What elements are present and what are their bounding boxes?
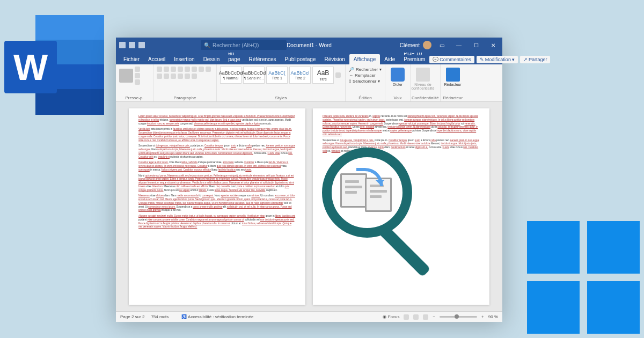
sensitivity-button[interactable]: Niveau de confidentialité: [412, 67, 434, 91]
titlebar: Document1 - Word 🔍 Rechercher (Alt+Q) Cl…: [116, 38, 502, 53]
increase-indent-icon[interactable]: [185, 67, 190, 72]
tab-publipostage[interactable]: Publipostage: [281, 54, 320, 64]
read-mode-icon[interactable]: [404, 314, 409, 320]
style-titre1[interactable]: AaBbC(Titre 1: [266, 67, 288, 84]
clipboard-label: Presse-p.: [119, 95, 150, 100]
word-window: Document1 - Word 🔍 Rechercher (Alt+Q) Cl…: [116, 38, 502, 322]
align-center-icon[interactable]: [157, 74, 162, 79]
redacteur-label: Rédacteur: [442, 95, 464, 100]
voix-label: Voix: [386, 95, 409, 100]
page-indicator[interactable]: Page 2 sur 2: [120, 314, 144, 319]
shading-icon[interactable]: [185, 74, 190, 79]
share-button[interactable]: ↗Partager: [520, 56, 551, 63]
show-marks-icon[interactable]: [199, 67, 204, 72]
tab-accueil[interactable]: Accueil: [144, 54, 170, 64]
windows-logo: [527, 221, 640, 334]
align-left-icon[interactable]: [206, 67, 211, 72]
line-spacing-icon[interactable]: [178, 74, 183, 79]
ribbon-tabs: Fichier Accueil Insertion Dessin Mise en…: [116, 53, 502, 64]
editor-icon: [446, 68, 460, 82]
search-placeholder: Rechercher (Alt+Q): [213, 42, 259, 48]
style-sans-int[interactable]: AaBbCcDd¶ Sans int...: [243, 67, 265, 84]
save-icon[interactable]: [129, 42, 135, 48]
document-area[interactable]: Lorem ipsum dolor sit amet, consectetur …: [116, 102, 502, 311]
tab-references[interactable]: Références: [244, 54, 280, 64]
tab-revision[interactable]: Révision: [320, 54, 349, 64]
modification-button[interactable]: ✎Modification▾: [477, 56, 518, 63]
tab-dessin[interactable]: Dessin: [199, 54, 224, 64]
conf-label: Confidentialité: [412, 95, 439, 100]
numbering-icon[interactable]: [164, 67, 169, 72]
tab-insertion[interactable]: Insertion: [170, 54, 199, 64]
comments-button[interactable]: 💬Commentaires: [429, 56, 474, 63]
decrease-indent-icon[interactable]: [178, 67, 183, 72]
replace-button[interactable]: ↔Remplacer: [349, 72, 382, 78]
tab-fichier[interactable]: Fichier: [119, 54, 144, 64]
zoom-slider[interactable]: [440, 316, 477, 318]
sort-icon[interactable]: [192, 67, 197, 72]
editor-button[interactable]: Rédacteur: [442, 67, 464, 87]
undo-icon[interactable]: [138, 42, 145, 48]
word-logo: W: [4, 15, 104, 115]
accessibility-status[interactable]: ♿ Accessibilité : vérification terminée: [181, 314, 253, 319]
style-normal[interactable]: AaBbCcDd¶ Normal: [220, 67, 241, 84]
zoom-level[interactable]: 90 %: [488, 314, 498, 319]
ribbon-options-icon[interactable]: ▭: [435, 38, 449, 53]
focus-mode[interactable]: ◉ Focus: [383, 314, 399, 319]
minimize-button[interactable]: —: [452, 38, 466, 53]
justify-icon[interactable]: [171, 74, 176, 79]
maximize-button[interactable]: ☐: [469, 38, 483, 53]
web-layout-icon[interactable]: [423, 314, 428, 320]
select-button[interactable]: ▯Sélectionner▾: [349, 78, 382, 84]
paragraph-label: Paragraphe: [157, 95, 213, 100]
ribbon: Presse-p. Paragraphe: [116, 64, 502, 102]
user-name[interactable]: Clément: [400, 42, 420, 48]
page-1[interactable]: Lorem ipsum dolor sit amet, consectetur …: [129, 108, 305, 305]
borders-icon[interactable]: [192, 74, 197, 79]
microphone-icon: [391, 68, 405, 82]
close-button[interactable]: ✕: [486, 38, 500, 53]
styles-more-icon[interactable]: [335, 72, 341, 78]
style-titre[interactable]: AaBTitre: [312, 67, 334, 84]
print-layout-icon[interactable]: [413, 314, 419, 320]
multilevel-icon[interactable]: [171, 67, 176, 72]
tab-affichage[interactable]: Affichage: [349, 54, 380, 64]
avatar[interactable]: [423, 41, 431, 49]
autosave-icon[interactable]: [119, 42, 126, 48]
dictate-button[interactable]: Dicter: [386, 67, 409, 87]
format-painter-icon[interactable]: [135, 79, 140, 85]
page-2[interactable]: Praesent turpis nulla, eleifend ac venen…: [313, 108, 489, 305]
bullets-icon[interactable]: [157, 67, 162, 72]
paste-icon[interactable]: [119, 69, 133, 83]
cut-icon[interactable]: [135, 67, 140, 72]
zoom-in-button[interactable]: +: [481, 314, 484, 319]
document-title: Document1 - Word: [287, 42, 332, 48]
search-box[interactable]: 🔍 Rechercher (Alt+Q): [201, 40, 287, 50]
tab-aide[interactable]: Aide: [380, 54, 399, 64]
zoom-out-button[interactable]: −: [433, 314, 435, 319]
edition-label: Édition: [349, 95, 382, 100]
style-titre2[interactable]: AaBbCclTitre 2: [289, 67, 311, 84]
find-button[interactable]: 🔎Rechercher▾: [349, 67, 382, 72]
copy-icon[interactable]: [135, 73, 140, 78]
sensitivity-icon: [416, 68, 430, 82]
align-right-icon[interactable]: [164, 74, 169, 79]
word-count[interactable]: 754 mots: [151, 314, 169, 319]
search-icon: 🔍: [204, 42, 210, 48]
status-bar: Page 2 sur 2 754 mots ♿ Accessibilité : …: [116, 311, 502, 322]
styles-label: Styles: [220, 95, 342, 100]
